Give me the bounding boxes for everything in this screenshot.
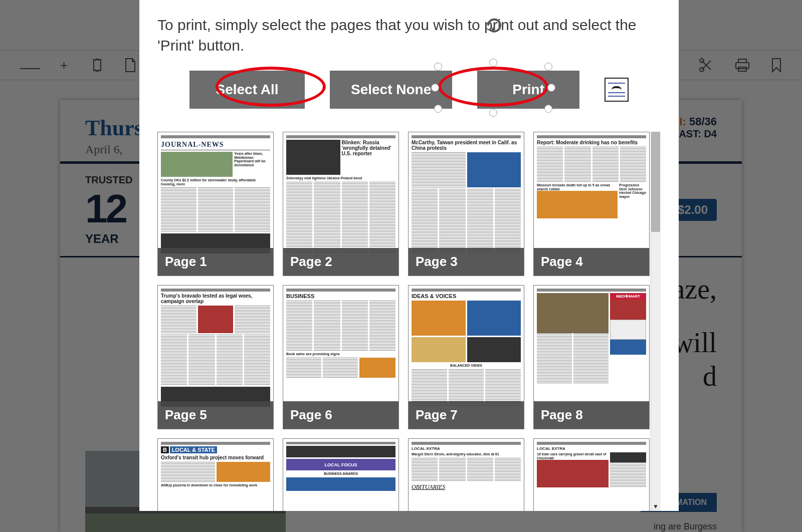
thumb-headline: Zelenskyy visit tightens Ukraine-Poland … (286, 176, 395, 180)
selection-handle[interactable] (544, 105, 552, 113)
selection-handle[interactable] (431, 84, 439, 92)
page-thumbnail[interactable]: LOCAL EXTRA Margot Stern Strom, anti-big… (408, 438, 524, 511)
print-style-icon[interactable] (605, 78, 629, 102)
page-thumbnail[interactable]: BUSINESS Book sales see promising signs … (283, 285, 399, 429)
thumb-headline: 10 train cars carrying gravel derail eas… (537, 452, 609, 460)
scroll-down-icon[interactable]: ▼ (652, 503, 659, 510)
page-thumbnail[interactable]: Blinken: Russia 'wrongfully detained' U.… (283, 132, 399, 276)
page-thumbnail[interactable]: McCarthy, Taiwan president meet in Calif… (408, 132, 524, 276)
thumb-headline: Trump's bravado tested as legal woes, ca… (161, 293, 270, 304)
thumb-section: LOCAL EXTRA (412, 446, 521, 451)
thumb-headline: Oxford's transit hub project moves forwa… (161, 455, 270, 460)
page-thumbnail-area: JOURNAL-NEWS Years after blaze, Middleto… (157, 132, 661, 511)
page-thumbnail[interactable]: JOURNAL-NEWS Years after blaze, Middleto… (157, 132, 274, 276)
thumb-label: Page 7 (409, 401, 524, 429)
thumb-headline: Margot Stern Strom, anti-bigotry educato… (412, 452, 521, 456)
thumb-obituaries: OBITUARIES (412, 483, 521, 491)
page-thumbnail[interactable]: MED✚MART Page 8 (533, 285, 650, 429)
page-thumbnail[interactable]: IDEAS & VOICES BALANCED VIEWS Page 7 (408, 285, 524, 429)
thumb-section: LOCAL FOCUS (286, 459, 395, 470)
thumb-label: Page 6 (283, 401, 398, 429)
thumb-label: Page 3 (409, 248, 524, 276)
thumb-headline: Blinken: Russia 'wrongfully detained' U.… (342, 140, 396, 156)
thumb-headline: Book sales see promising signs (286, 352, 395, 356)
page-thumbnail[interactable]: B LOCAL & STATE Oxford's transit hub pro… (157, 438, 274, 511)
thumb-label: Page 1 (158, 248, 273, 276)
select-all-button[interactable]: Select All (189, 71, 305, 109)
selection-handle[interactable] (489, 109, 497, 117)
thumb-headline: Progressive Dem Johnson elected Chicago … (619, 183, 646, 199)
selection-handle[interactable] (544, 63, 552, 71)
thumb-headline: Years after blaze, Middletown Paperboard… (234, 152, 270, 167)
thumb-label: Page 2 (283, 248, 398, 276)
thumb-section: LOCAL & STATE (170, 446, 217, 453)
thumb-label: Page 4 (534, 248, 649, 276)
thumb-ad-brand: MED✚MART (610, 293, 646, 300)
thumb-headline: Missouri tornado death toll up to 5 as c… (537, 183, 618, 191)
selection-handle[interactable] (489, 59, 497, 67)
selection-handle[interactable] (434, 63, 442, 71)
print-modal-instructions: To print, simply select the pages that y… (157, 15, 661, 56)
page-thumbnail-grid: JOURNAL-NEWS Years after blaze, Middleto… (157, 132, 650, 511)
selection-handle[interactable] (434, 105, 442, 113)
thumb-section: BUSINESS (286, 293, 395, 299)
thumb-headline: McCarthy, Taiwan president meet in Calif… (412, 140, 521, 151)
page-thumbnail[interactable]: LOCAL FOCUS BUSINESS AWARDS (283, 438, 399, 511)
thumb-masthead: JOURNAL-NEWS (161, 140, 270, 150)
print-modal-button-row: Select All Select None Print (157, 71, 661, 109)
selection-handle[interactable] (547, 84, 555, 92)
thumbnail-scrollbar[interactable]: ▲ ▼ (651, 132, 661, 511)
thumb-headline: All8Up pizzeria in downtown to close for… (161, 483, 270, 487)
thumb-section-prefix: B (161, 446, 169, 453)
thumb-label: Page 5 (158, 401, 273, 429)
thumb-label: Page 8 (534, 401, 649, 429)
thumb-headline: BUSINESS AWARDS (286, 472, 395, 476)
thumb-section: LOCAL EXTRA (537, 446, 646, 451)
print-modal: To print, simply select the pages that y… (139, 0, 679, 511)
thumb-headline: Report: Moderate drinking has no benefit… (537, 140, 646, 145)
page-thumbnail[interactable]: LOCAL EXTRA 10 train cars carrying grave… (533, 438, 650, 511)
page-thumbnail[interactable]: Trump's bravado tested as legal woes, ca… (157, 285, 274, 429)
thumb-headline: BALANCED VIEWS (412, 364, 521, 368)
scrollbar-thumb[interactable] (651, 132, 660, 232)
thumb-section: IDEAS & VOICES (412, 293, 521, 299)
page-thumbnail[interactable]: Report: Moderate drinking has no benefit… (533, 132, 650, 276)
thumb-headline: County OKs $2.2 million for stormwater s… (161, 178, 270, 186)
rotate-handle-icon[interactable] (485, 17, 503, 35)
print-button[interactable]: Print (477, 71, 579, 109)
